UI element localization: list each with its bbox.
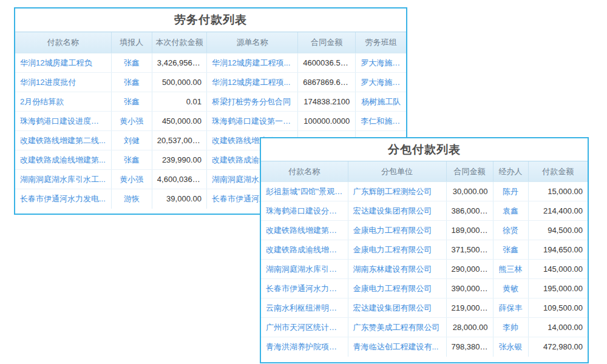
subcontract-payment-table: 付款名称分包单位合同金额经办人付款金额 彭祖新城"四馆"景观工...广东辉朗工程… bbox=[261, 161, 588, 357]
cell-value: 109,500.00 bbox=[528, 298, 588, 318]
cell-value: 30,000.00 bbox=[446, 182, 493, 201]
labor-payment-title: 劳务付款列表 bbox=[15, 8, 406, 32]
cell-link[interactable]: 华润12城房建工程项... bbox=[206, 53, 297, 73]
cell-link[interactable]: 杨树施工队 bbox=[356, 92, 406, 112]
cell-link[interactable]: 改建铁路成渝线增建第... bbox=[261, 240, 348, 260]
cell-link[interactable]: 熊三林 bbox=[493, 260, 528, 279]
table-row: 2月份结算款张鑫0.01桥梁打桩劳务分包合同174838.2100杨树施工队 bbox=[15, 92, 406, 112]
cell-link[interactable]: 张永银 bbox=[493, 337, 528, 357]
cell-value: 15,000.00 bbox=[528, 182, 588, 201]
table-row: 彭祖新城"四馆"景观工...广东辉朗工程测绘公司30,000.00陈丹15,00… bbox=[261, 182, 588, 201]
cell-value: 194,650.00 bbox=[528, 240, 588, 260]
column-header: 经办人 bbox=[493, 161, 528, 182]
column-header: 付款金额 bbox=[528, 161, 588, 182]
cell-link[interactable]: 华润12进度批付 bbox=[15, 73, 111, 92]
cell-link[interactable]: 游恢 bbox=[111, 189, 152, 209]
cell-value: 145,000.00 bbox=[528, 260, 588, 279]
cell-link[interactable]: 黄小强 bbox=[111, 112, 152, 131]
cell-link[interactable]: 2月份结算款 bbox=[15, 92, 111, 112]
cell-value: 14,000.00 bbox=[528, 318, 588, 337]
cell-value: 214,400.00 bbox=[528, 201, 588, 221]
cell-value: 174838.2100 bbox=[298, 92, 356, 112]
cell-link[interactable]: 徐贤 bbox=[493, 221, 528, 240]
cell-value: 189,000.00 bbox=[446, 221, 493, 240]
table-row: 珠海鹤港口建设分包合...宏达建设集团有限公司386,000.00袁鑫214,4… bbox=[261, 201, 588, 221]
cell-link[interactable]: 刘健 bbox=[111, 131, 152, 150]
cell-link[interactable]: 华润12城房建工程项... bbox=[206, 73, 297, 92]
subcontract-payment-window: 分包付款列表 付款名称分包单位合同金额经办人付款金额 彭祖新城"四馆"景观工..… bbox=[260, 137, 589, 363]
cell-link[interactable]: 广东辉朗工程测绘公司 bbox=[348, 182, 446, 201]
table-row: 长春市伊通河水力发电...金康电力工程有限公司390,000.00黄敏195,0… bbox=[261, 279, 588, 298]
cell-link[interactable]: 改建铁路线增建第二线... bbox=[15, 131, 111, 150]
cell-link[interactable]: 长春市伊通河水力发电... bbox=[15, 189, 111, 209]
cell-link[interactable]: 青海洪湖养护院项目分... bbox=[261, 337, 348, 357]
cell-value: 20,537,000.00 bbox=[152, 131, 206, 150]
table-row: 华润12城房建工程负张鑫3,426,956.57华润12城房建工程项...460… bbox=[15, 53, 406, 73]
cell-link[interactable]: 改建铁路成渝线增建第... bbox=[15, 150, 111, 170]
cell-value: 0.01 bbox=[152, 92, 206, 112]
subcontract-payment-title: 分包付款列表 bbox=[261, 138, 588, 161]
cell-link[interactable]: 广东赞美成工程有限公司 bbox=[348, 318, 446, 337]
cell-value: 390,000.00 bbox=[446, 279, 493, 298]
cell-link[interactable]: 珠海鹤港口建设进度付款 bbox=[15, 112, 111, 131]
cell-value: 500,000.00 bbox=[152, 73, 206, 92]
cell-link[interactable]: 宏达建设集团有限公司 bbox=[348, 298, 446, 318]
column-header: 付款名称 bbox=[15, 32, 111, 53]
cell-value: 386,000.00 bbox=[446, 201, 493, 221]
cell-link[interactable]: 金康电力工程有限公司 bbox=[348, 240, 446, 260]
cell-link[interactable]: 彭祖新城"四馆"景观工... bbox=[261, 182, 348, 201]
column-header: 源单名称 bbox=[206, 32, 297, 53]
cell-value: 6867869.68... bbox=[298, 73, 356, 92]
cell-link[interactable]: 黄小强 bbox=[111, 170, 152, 189]
cell-value: 371,500.00 bbox=[446, 240, 493, 260]
cell-link[interactable]: 珠海鹤港口建设分包合... bbox=[261, 201, 348, 221]
cell-link[interactable]: 陈丹 bbox=[493, 182, 528, 201]
cell-link[interactable]: 珠海鹤港口建设第一期... bbox=[206, 112, 297, 131]
cell-link[interactable]: 青海临达创工程建设有... bbox=[348, 337, 446, 357]
table-row: 广州市天河区统计局机...广东赞美成工程有限公司28,000.00李帅14,00… bbox=[261, 318, 588, 337]
table-row: 珠海鹤港口建设进度付款黄小强450,000.00珠海鹤港口建设第一期...100… bbox=[15, 112, 406, 131]
cell-value: 94,500.00 bbox=[528, 221, 588, 240]
column-header: 付款名称 bbox=[261, 161, 348, 182]
cell-link[interactable]: 薛保丰 bbox=[493, 298, 528, 318]
cell-link[interactable]: 改建铁路线增建第二线... bbox=[261, 221, 348, 240]
cell-link[interactable]: 袁鑫 bbox=[493, 201, 528, 221]
cell-value: 219,000.00 bbox=[446, 298, 493, 318]
cell-link[interactable]: 广州市天河区统计局机... bbox=[261, 318, 348, 337]
cell-link[interactable]: 宏达建设集团有限公司 bbox=[348, 201, 446, 221]
cell-link[interactable]: 云南水利枢纽潜明水库... bbox=[261, 298, 348, 318]
cell-link[interactable]: 湖南东林建设有限公司 bbox=[348, 260, 446, 279]
column-header: 合同金额 bbox=[298, 32, 356, 53]
cell-value: 450,000.00 bbox=[152, 112, 206, 131]
cell-link[interactable]: 李帅 bbox=[493, 318, 528, 337]
cell-value: 100000.0000 bbox=[298, 112, 356, 131]
cell-link[interactable]: 张鑫 bbox=[111, 53, 152, 73]
cell-link[interactable]: 湖南洞庭湖水库引水工... bbox=[15, 170, 111, 189]
labor-header-row: 付款名称填报人本次付款金额源单名称合同金额劳务班组 bbox=[15, 32, 406, 53]
cell-link[interactable]: 黄敏 bbox=[493, 279, 528, 298]
cell-link[interactable]: 金康电力工程有限公司 bbox=[348, 279, 446, 298]
cell-link[interactable]: 张鑫 bbox=[493, 240, 528, 260]
cell-link[interactable]: 桥梁打桩劳务分包合同 bbox=[206, 92, 297, 112]
subcontract-header-row: 付款名称分包单位合同金额经办人付款金额 bbox=[261, 161, 588, 182]
cell-link[interactable]: 长春市伊通河水力发电... bbox=[261, 279, 348, 298]
cell-value: 195,000.00 bbox=[528, 279, 588, 298]
cell-link[interactable]: 华润12城房建工程负 bbox=[15, 53, 111, 73]
cell-value: 39,000.00 bbox=[152, 189, 206, 209]
cell-link[interactable]: 湖南洞庭湖水库引水工... bbox=[261, 260, 348, 279]
cell-value: 4,600,036.57 bbox=[152, 170, 206, 189]
cell-link[interactable]: 李仁和施工队 bbox=[356, 112, 406, 131]
cell-link[interactable]: 张鑫 bbox=[111, 150, 152, 170]
table-row: 湖南洞庭湖水库引水工...湖南东林建设有限公司290,000.00熊三林145,… bbox=[261, 260, 588, 279]
cell-link[interactable]: 张鑫 bbox=[111, 92, 152, 112]
table-row: 云南水利枢纽潜明水库...宏达建设集团有限公司219,000.00薛保丰109,… bbox=[261, 298, 588, 318]
column-header: 劳务班组 bbox=[356, 32, 406, 53]
column-header: 分包单位 bbox=[348, 161, 446, 182]
cell-link[interactable]: 罗大海施工队 bbox=[356, 53, 406, 73]
table-row: 改建铁路成渝线增建第...金康电力工程有限公司371,500.00张鑫194,6… bbox=[261, 240, 588, 260]
cell-link[interactable]: 罗大海施工队 bbox=[356, 73, 406, 92]
column-header: 填报人 bbox=[111, 32, 152, 53]
cell-value: 472,980.00 bbox=[528, 337, 588, 357]
cell-link[interactable]: 金康电力工程有限公司 bbox=[348, 221, 446, 240]
cell-link[interactable]: 张鑫 bbox=[111, 73, 152, 92]
